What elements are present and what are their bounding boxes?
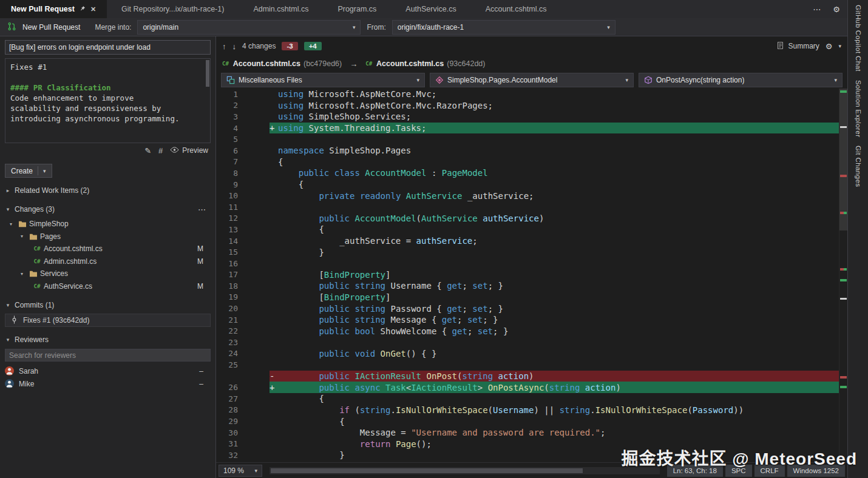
previous-change-button[interactable]: ↑ [222, 42, 226, 51]
avatar [5, 366, 14, 375]
from-select[interactable]: origin/fix/auth-race-1 ▾ [392, 20, 615, 35]
diff-settings-gear-icon[interactable]: ⚙ [826, 42, 833, 51]
section-changes[interactable]: ▾ Changes (3) ⋯ [5, 203, 211, 215]
tree-item-account-cshtml-cs[interactable]: C#Account.cshtml.csM [5, 243, 211, 255]
next-change-button[interactable]: ↓ [232, 42, 237, 51]
line-number: 1 [216, 90, 270, 99]
pr-toolbar: New Pull Request Merge into: origin/main… [0, 18, 847, 36]
document-tab[interactable]: New Pull Request✕ [0, 0, 107, 18]
right-file-name: Account.cshtml.cs [376, 59, 444, 68]
tab-label: Admin.cshtml.cs [253, 5, 308, 13]
document-tab[interactable]: Admin.cshtml.cs [239, 0, 323, 18]
vertical-scrollbar[interactable] [839, 89, 847, 462]
code-text: public bool ShowWelcome { get; set; } [278, 326, 508, 336]
code-line: 30 Message = "Username and password are … [216, 427, 847, 439]
status-line-ending[interactable]: CRLF [754, 465, 785, 477]
status-spaces[interactable]: SPC [725, 465, 752, 477]
document-tab[interactable]: AuthService.cs [391, 0, 470, 18]
chevron-down-icon: ▾ [254, 468, 257, 474]
eye-icon [170, 146, 179, 155]
description-scrollbar[interactable] [206, 60, 209, 87]
horizontal-scrollbar[interactable] [270, 467, 660, 474]
create-button[interactable]: Create ▾ [5, 164, 52, 178]
diff-sign: + [270, 383, 278, 392]
tree-item-authservice-cs[interactable]: C#AuthService.csM [5, 280, 211, 293]
selected-value: Miscellaneous Files [239, 76, 302, 84]
chevron-down-icon: ▾ [21, 234, 28, 239]
code-row: } [270, 246, 847, 258]
project-scope-select[interactable]: Miscellaneous Files▾ [221, 73, 425, 87]
section-reviewers[interactable]: ▾ Reviewers [5, 334, 211, 346]
description-line: Code enhancement to improve [10, 93, 205, 103]
code-row: public void OnGet() { } [270, 348, 847, 360]
summary-button[interactable]: Summary [776, 41, 819, 52]
member-select[interactable]: OnPostAsync(string action)▾ [639, 73, 843, 87]
csharp-file-icon: C# [365, 61, 372, 67]
zoom-select[interactable]: 109 % ▾ [219, 465, 262, 477]
code-text: return Page(); [278, 439, 432, 449]
diff-sign: - [270, 371, 278, 381]
preview-button[interactable]: Preview [170, 146, 208, 155]
document-tab[interactable]: Account.cshtml.cs [471, 0, 561, 18]
reviewer-search-input[interactable] [5, 349, 211, 362]
chevron-down-icon[interactable]: ▾ [838, 43, 841, 49]
code-line: 7{ [216, 157, 847, 168]
section-commits[interactable]: ▾ Commits (1) [5, 299, 211, 311]
status-encoding[interactable]: Windows 1252 [787, 465, 845, 477]
tree-item-services[interactable]: ▾Services [5, 268, 211, 280]
section-related-work-items[interactable]: ▸ Related Work Items (2) [5, 184, 211, 197]
line-number: 29 [216, 417, 270, 426]
from-label: From: [367, 23, 385, 32]
scrollbar-thumb[interactable] [839, 89, 847, 231]
tab-overflow-button[interactable]: ⋯ [813, 5, 821, 14]
line-number: 12 [216, 214, 270, 223]
document-tab-strip: New Pull Request✕Git Repository...ix/aut… [0, 0, 847, 18]
code-text: [BindProperty] [278, 270, 390, 280]
tool-window-tab-solution-explorer[interactable]: Solution Explorer [855, 80, 862, 137]
close-tab-icon[interactable]: ✕ [90, 6, 96, 13]
pr-description-editor[interactable]: Fixes #1 #### PR ClassificationCode enha… [5, 58, 211, 143]
diff-del-row: - public IActionResult OnPost(string act… [270, 371, 847, 382]
code-line: 8 public class AccountModel : PageModel [216, 167, 847, 179]
chevron-down-icon: ▾ [5, 302, 11, 308]
preview-label: Preview [182, 146, 208, 155]
changes-more-button[interactable]: ⋯ [198, 205, 211, 214]
code-line: 11 [216, 201, 847, 213]
status-line-column[interactable]: Ln: 63, Ch: 18 [667, 465, 723, 477]
work-item-hash-icon[interactable]: # [158, 147, 163, 155]
tool-window-tab-github-copilot-chat[interactable]: GitHub Copilot Chat [855, 5, 862, 72]
scroll-annotation [840, 126, 847, 128]
pin-icon[interactable] [80, 5, 86, 13]
scroll-annotation [840, 212, 847, 214]
line-number: 32 [216, 451, 270, 460]
document-tab[interactable]: Git Repository...ix/auth-race-1) [107, 0, 239, 18]
markdown-edit-icon[interactable]: ✎ [144, 147, 151, 155]
tree-item-admin-cshtml-cs[interactable]: C#Admin.cshtml.csM [5, 255, 211, 268]
diff-editor: ↑ ↓ 4 changes -3 +4 Summary ⚙ ▾ C# Accou… [216, 36, 847, 478]
code-line: 2using Microsoft.AspNetCore.Mvc.RazorPag… [216, 100, 847, 112]
tree-item-simpleshop[interactable]: ▾SimpleShop [5, 218, 211, 231]
chevron-down-icon: ▾ [829, 77, 837, 83]
code-line: 28 if (string.IsNullOrWhiteSpace(Usernam… [216, 405, 847, 416]
chevron-down-icon: ▾ [5, 206, 11, 212]
code-text: using System.Threading.Tasks; [278, 123, 426, 133]
code-lines: 1using Microsoft.AspNetCore.Mvc;2using M… [216, 89, 847, 461]
pr-title-input[interactable] [5, 40, 211, 55]
code-row: using Microsoft.AspNetCore.Mvc.RazorPage… [270, 100, 847, 112]
code-row: using SimpleShop.Services; [270, 111, 847, 123]
tree-item-pages[interactable]: ▾Pages [5, 231, 211, 243]
remove-reviewer-button[interactable]: – [199, 367, 211, 375]
line-number: 27 [216, 394, 270, 403]
line-number: 22 [216, 326, 270, 335]
code-row: { [270, 224, 847, 235]
tool-window-tab-git-changes[interactable]: Git Changes [855, 146, 862, 187]
merge-into-select[interactable]: origin/main ▾ [137, 20, 361, 35]
code-text: using SimpleShop.Services; [278, 112, 411, 121]
commit-item[interactable]: Fixes #1 (93c642dd) [5, 314, 211, 327]
type-select[interactable]: SimpleShop.Pages.AccountModel▾ [430, 73, 634, 87]
settings-gear-icon[interactable]: ⚙ [833, 5, 840, 14]
code-line: 5 [216, 133, 847, 145]
remove-reviewer-button[interactable]: – [199, 380, 211, 388]
document-tab[interactable]: Program.cs [323, 0, 391, 18]
scrollbar-thumb[interactable] [271, 468, 583, 473]
